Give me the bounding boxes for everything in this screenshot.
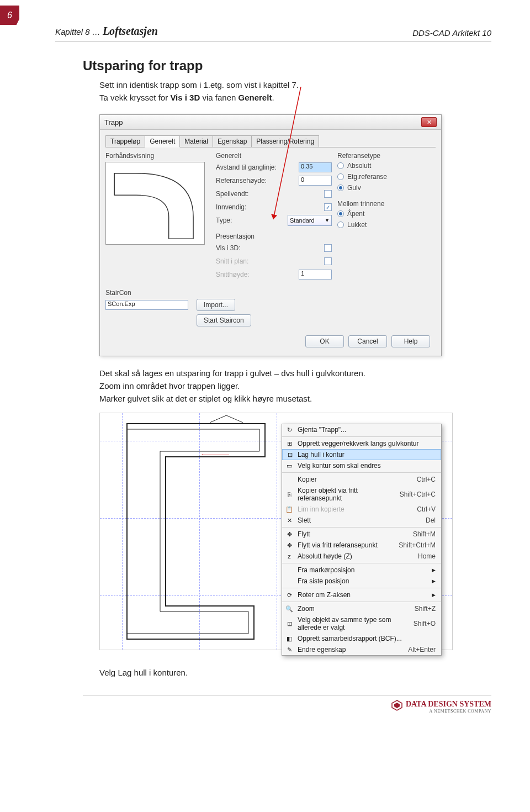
menu-item[interactable]: ⊡Lag hull i kontur	[282, 449, 441, 460]
start-staircon-button[interactable]: Start Staircon	[197, 314, 251, 326]
menu-item-label: Opprett samarbeidsrapport (BCF)...	[298, 635, 402, 642]
ok-button[interactable]: OK	[305, 335, 344, 347]
close-icon: ✕	[427, 119, 432, 126]
menu-item-label: Opprett vegger/rekkverk langs gulvkontur	[298, 440, 418, 447]
help-button[interactable]: Help	[391, 335, 430, 347]
menu-separator	[282, 563, 441, 563]
gulv-label: Gulv	[347, 184, 361, 192]
header-product: DDS-CAD Arkitekt 10	[412, 28, 491, 38]
svg-marker-2	[271, 214, 277, 219]
menu-item[interactable]: 🔍ZoomShift+Z	[282, 603, 441, 614]
menu-item-label: Lag hull i kontur	[298, 451, 344, 458]
header-title: Loftsetasjen	[103, 25, 158, 37]
import-button[interactable]: Import...	[197, 299, 235, 311]
menu-item-icon: ⊡	[285, 619, 294, 628]
svg-line-3	[210, 415, 226, 423]
tab-generelt[interactable]: Generelt	[145, 135, 180, 147]
menu-item-shortcut: Shift+O	[414, 620, 436, 628]
speilvendt-label: Speilvendt:	[216, 190, 248, 198]
menu-item[interactable]: ✥Flytt via fritt referansepunktShift+Ctr…	[282, 540, 441, 551]
menu-item[interactable]: ⟳Roter om Z-aksen▶	[282, 589, 441, 600]
menu-item[interactable]: ⊞Opprett vegger/rekkverk langs gulvkontu…	[282, 438, 441, 449]
menu-item[interactable]: ✎Endre egenskapAlt+Enter	[282, 644, 441, 655]
gulv-radio[interactable]	[337, 184, 344, 191]
menu-separator	[282, 436, 441, 437]
vis3d-label: Vis i 3D:	[216, 244, 240, 252]
speilvendt-checkbox[interactable]	[324, 190, 332, 198]
menu-item-icon: ⎘	[285, 490, 294, 499]
menu-item-label: Flytt	[298, 530, 310, 538]
menu-item-label: Fra markørposisjon	[298, 566, 354, 574]
presentasjon-group-label: Presentasjon	[216, 233, 332, 240]
menu-item[interactable]: ✥FlyttShift+M	[282, 529, 441, 540]
preview-drawing	[105, 162, 205, 245]
innvendig-label: Innvendig:	[216, 203, 246, 211]
mid-p2: Zoom inn området hvor trappen ligger.	[99, 380, 491, 392]
refhoyde-input[interactable]: 0	[299, 176, 332, 186]
svg-line-1	[273, 87, 301, 219]
annotation-arrow-2	[146, 454, 284, 455]
menu-item[interactable]: KopierCtrl+C	[282, 474, 441, 485]
svg-marker-8	[394, 703, 400, 708]
etgref-radio[interactable]	[337, 173, 344, 180]
svg-marker-6	[202, 454, 203, 455]
menu-item-shortcut: Home	[418, 552, 436, 560]
snitthoyde-label: Snitthøyde:	[216, 271, 250, 278]
snittplan-checkbox	[324, 257, 332, 265]
vis3d-checkbox[interactable]	[324, 244, 332, 252]
svg-line-4	[226, 415, 243, 423]
avstand-input[interactable]: 0.35	[299, 162, 332, 172]
referansetype-label: Referansetype	[337, 152, 431, 160]
header-chapter: Kapittel 8 …	[55, 27, 103, 36]
preview-label: Forhåndsvisning	[105, 152, 210, 160]
apent-radio[interactable]	[337, 210, 344, 217]
final-instruction: Velg Lag hull i konturen.	[99, 667, 491, 678]
context-menu: ↻Gjenta "Trapp"...⊞Opprett vegger/rekkve…	[282, 424, 442, 656]
menu-item[interactable]: ↻Gjenta "Trapp"...	[282, 424, 441, 435]
menu-item-icon: z	[285, 552, 294, 561]
menu-item-icon: ⊞	[285, 439, 294, 448]
menu-separator	[282, 588, 441, 588]
menu-item-label: Fra siste posisjon	[298, 577, 349, 585]
menu-item-label: Flytt via fritt referansepunkt	[298, 541, 378, 549]
tab-egenskap[interactable]: Egenskap	[213, 135, 252, 147]
staircon-label: StairCon	[105, 289, 436, 297]
menu-item[interactable]: ✕SlettDel	[282, 515, 441, 526]
menu-item-shortcut: Shift+Ctrl+M	[399, 541, 436, 549]
menu-item[interactable]: ◧Opprett samarbeidsrapport (BCF)...	[282, 633, 441, 644]
menu-item-icon: ✕	[285, 516, 294, 525]
menu-item-label: Absolutt høyde (Z)	[298, 552, 352, 560]
tab-material[interactable]: Material	[179, 135, 213, 147]
mellom-label: Mellom trinnene	[337, 200, 431, 208]
menu-item: 📋Lim inn kopierteCtrl+V	[282, 504, 441, 515]
lukket-radio[interactable]	[337, 222, 344, 228]
innvendig-checkbox[interactable]: ✓	[324, 203, 332, 211]
absolutt-radio[interactable]	[337, 162, 344, 169]
menu-item[interactable]: Fra markørposisjon▶	[282, 565, 441, 576]
menu-item-icon: 📋	[285, 505, 294, 514]
submenu-arrow-icon: ▶	[432, 592, 436, 598]
footer-company: DATA DESIGN SYSTEM	[406, 700, 491, 709]
menu-item-icon: ✎	[285, 645, 294, 654]
close-button[interactable]: ✕	[421, 117, 437, 127]
menu-item[interactable]: zAbsolutt høyde (Z)Home	[282, 551, 441, 562]
lukket-label: Lukket	[347, 221, 367, 229]
menu-item-label: Velg objekt av samme type som allerede e…	[298, 616, 414, 631]
menu-item-shortcut: Shift+Z	[415, 605, 436, 613]
menu-item-label: Endre egenskap	[298, 646, 346, 653]
etgref-label: Etg.referanse	[347, 173, 387, 181]
section-title: Utsparing for trapp	[83, 58, 491, 73]
staircon-file-input[interactable]: SCon.Exp	[105, 300, 188, 310]
tab-trappelop[interactable]: Trappeløp	[105, 135, 145, 147]
refhoyde-label: Referansehøyde:	[216, 177, 267, 184]
menu-item-label: Velg kontur som skal endres	[298, 462, 381, 470]
type-label: Type:	[216, 217, 232, 224]
menu-item[interactable]: ⎘Kopier objekt via fritt referansepunktS…	[282, 485, 441, 504]
menu-item[interactable]: ▭Velg kontur som skal endres	[282, 460, 441, 471]
cancel-button[interactable]: Cancel	[348, 335, 387, 347]
snitthoyde-input: 1	[299, 270, 332, 280]
menu-item[interactable]: ⊡Velg objekt av samme type som allerede …	[282, 614, 441, 633]
menu-item-icon: ⟳	[285, 590, 294, 599]
menu-item-shortcut: Shift+Ctrl+C	[400, 491, 436, 498]
menu-item[interactable]: Fra siste posisjon▶	[282, 576, 441, 587]
